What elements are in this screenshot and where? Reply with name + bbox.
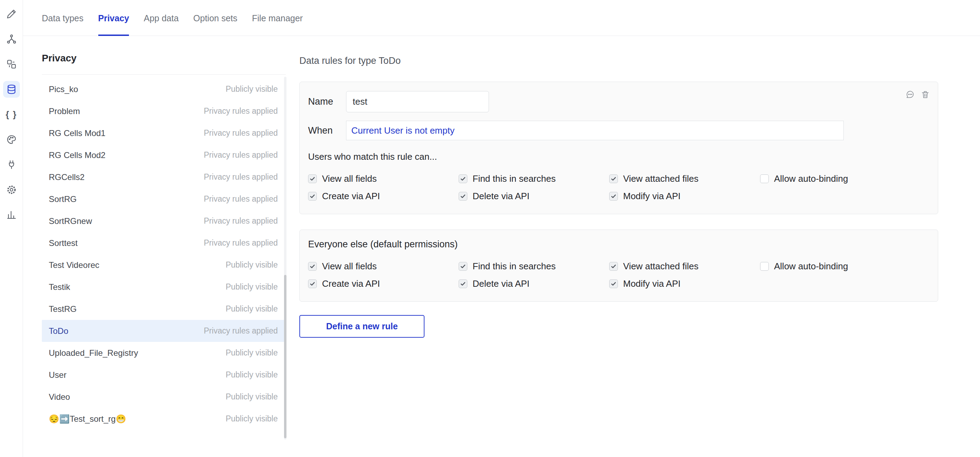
checkbox-checked-icon[interactable] [459,192,467,201]
checkbox-checked-icon[interactable] [308,280,317,288]
permission-option: View attached files [609,257,760,275]
permission-label: Allow auto-binding [774,173,848,184]
default-permissions-title: Everyone else (default permissions) [308,239,929,250]
checkbox-checked-icon[interactable] [459,262,467,271]
checkbox-checked-icon[interactable] [459,174,467,183]
data-type-name: Testik [49,282,70,292]
permission-option: Allow auto-binding [760,170,929,187]
list-item[interactable]: RGCells2Privacy rules applied [42,166,286,188]
permission-label: Find this in searches [473,173,555,184]
list-item[interactable]: SortRGnewPrivacy rules applied [42,210,286,232]
rule-permission-grid: View all fieldsFind this in searchesView… [308,170,929,205]
list-item[interactable]: SortRGPrivacy rules applied [42,188,286,210]
privacy-status: Publicly visible [226,282,278,292]
privacy-status: Privacy rules applied [204,150,278,160]
privacy-type-list-panel: Privacy Pics_koPublicly visibleProblemPr… [42,36,286,457]
braces-icon[interactable]: { } [0,102,23,127]
permission-label: Allow auto-binding [774,261,848,272]
delete-rule-icon[interactable] [920,89,930,99]
checkbox-checked-icon[interactable] [308,262,317,271]
list-item[interactable]: Pics_koPublicly visible [42,78,286,100]
list-item[interactable]: Uploaded_File_RegistryPublicly visible [42,342,286,364]
checkbox-checked-icon[interactable] [609,262,618,271]
permission-label: Delete via API [473,278,530,289]
list-item[interactable]: ProblemPrivacy rules applied [42,100,286,122]
plugin-icon[interactable] [0,152,23,177]
privacy-status: Publicly visible [226,85,278,94]
default-permissions-card: Everyone else (default permissions) View… [299,230,938,302]
data-type-name: User [49,370,67,380]
checkbox-checked-icon[interactable] [609,280,618,288]
components-icon[interactable] [0,52,23,77]
data-type-name: Problem [49,106,80,116]
data-type-name: 😔➡️Test_sort_rg😁 [49,414,126,424]
privacy-status: Privacy rules applied [204,216,278,226]
tab-option-sets[interactable]: Option sets [193,0,237,36]
list-item[interactable]: TestRGPublicly visible [42,298,286,320]
database-icon[interactable] [0,77,23,102]
list-item[interactable]: 😔➡️Test_sort_rg😁Publicly visible [42,408,286,430]
checkbox-checked-icon[interactable] [609,192,618,201]
permission-option: Create via API [308,275,459,292]
permission-label: Modify via API [623,278,681,289]
data-type-name: Test Videorec [49,260,99,270]
list-item[interactable]: ToDoPrivacy rules applied [42,320,286,342]
privacy-status: Publicly visible [226,392,278,401]
privacy-status: Privacy rules applied [204,106,278,116]
data-rules-panel: Data rules for type ToDo [299,36,938,338]
rule-condition-box[interactable]: Current User is not empty [346,121,844,140]
privacy-status: Publicly visible [226,260,278,270]
data-type-name: Pics_ko [49,85,78,94]
list-item[interactable]: VideoPublicly visible [42,386,286,408]
privacy-status: Publicly visible [226,348,278,358]
checkbox-checked-icon[interactable] [459,280,467,288]
comment-icon[interactable] [905,89,915,99]
permission-option: Delete via API [459,187,609,205]
list-item[interactable]: Test VideorecPublicly visible [42,254,286,276]
list-item[interactable]: TestikPublicly visible [42,276,286,298]
app-window: { } Data typesPrivacyApp dataOption sets… [0,0,980,457]
list-item[interactable]: UserPublicly visible [42,364,286,386]
checkbox-unchecked-icon[interactable] [760,262,769,271]
checkbox-unchecked-icon[interactable] [760,174,769,183]
default-permission-grid: View all fieldsFind this in searchesView… [308,257,929,292]
styles-icon[interactable] [0,127,23,152]
list-scrollbar-thumb[interactable] [284,275,286,438]
logs-icon[interactable] [0,202,23,227]
pencil-icon[interactable] [0,2,23,27]
rule-name-label: Name [308,96,346,107]
tab-data-types[interactable]: Data types [42,0,84,36]
checkbox-checked-icon[interactable] [609,174,618,183]
data-type-name: TestRG [49,304,77,314]
checkbox-checked-icon[interactable] [308,192,317,201]
data-type-name: SortRGnew [49,216,92,226]
tab-app-data[interactable]: App data [143,0,178,36]
permission-option: Find this in searches [459,170,609,187]
data-type-name: RG Cells Mod2 [49,150,106,160]
permission-label: View all fields [322,261,377,272]
privacy-status: Privacy rules applied [204,173,278,182]
rule-name-input[interactable] [346,91,489,112]
permission-option: Delete via API [459,275,609,292]
list-item[interactable]: RG Cells Mod2Privacy rules applied [42,144,286,166]
permission-option: Modify via API [609,187,760,205]
data-type-name: ToDo [49,326,68,336]
list-item[interactable]: SorttestPrivacy rules applied [42,232,286,254]
permission-option: Modify via API [609,275,760,292]
privacy-status: Privacy rules applied [204,238,278,248]
panel-divider [42,74,286,75]
permission-option: View all fields [308,170,459,187]
workflow-icon[interactable] [0,27,23,52]
permission-label: Create via API [322,278,380,289]
permission-label: Find this in searches [473,261,555,272]
privacy-panel-title: Privacy [42,53,286,64]
define-new-rule-button[interactable]: Define a new rule [299,315,425,338]
permission-label: View attached files [623,173,698,184]
rule-card-actions [905,89,930,99]
list-item[interactable]: RG Cells Mod1Privacy rules applied [42,122,286,144]
data-type-name: Uploaded_File_Registry [49,348,138,358]
tab-privacy[interactable]: Privacy [98,0,129,36]
tab-file-manager[interactable]: File manager [252,0,303,36]
settings-icon[interactable] [0,177,23,202]
checkbox-checked-icon[interactable] [308,174,317,183]
